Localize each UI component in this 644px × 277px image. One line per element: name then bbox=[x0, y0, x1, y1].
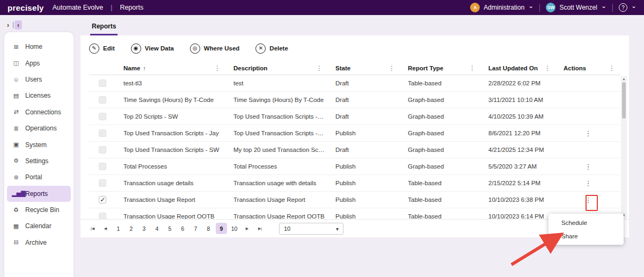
cell-state: Publish bbox=[328, 163, 400, 170]
column-header-label: Description bbox=[233, 65, 267, 71]
row-actions-kebab-icon[interactable] bbox=[583, 163, 593, 171]
pagination-page-button[interactable]: 7 bbox=[190, 223, 201, 234]
connections-icon: ⇄ bbox=[12, 108, 20, 115]
column-menu-icon[interactable] bbox=[469, 64, 475, 72]
cell-name: test-tl3 bbox=[116, 80, 226, 86]
chevron-down-icon bbox=[336, 225, 339, 232]
pagination-last-button[interactable] bbox=[254, 223, 266, 234]
cell-description: Transaction Usage Report OOTB bbox=[226, 213, 328, 219]
toolbar-button[interactable]: ◉ View Data bbox=[131, 43, 174, 54]
sidebar-item[interactable]: ▣ System bbox=[7, 136, 71, 152]
column-header[interactable]: Report Type bbox=[400, 61, 481, 75]
pagination-page-button[interactable]: 8 bbox=[203, 223, 214, 234]
chevron-down-icon bbox=[528, 4, 533, 11]
cell-description: Top Used Transaction Scripts - Jay bbox=[226, 130, 328, 136]
row-checkbox[interactable] bbox=[99, 179, 106, 187]
row-checkbox[interactable] bbox=[99, 213, 106, 219]
table-row[interactable]: Transaction usage details Transaction us… bbox=[89, 175, 620, 192]
sidebar-item[interactable]: ⇄ Connections bbox=[7, 104, 71, 120]
pagination-page-button[interactable]: 6 bbox=[177, 223, 188, 234]
sidebar-item[interactable]: ⊛ Portal bbox=[7, 169, 71, 185]
row-checkbox[interactable] bbox=[99, 196, 106, 203]
users-icon: ☺ bbox=[12, 76, 20, 83]
cell-report-type: Table-based bbox=[400, 196, 481, 203]
table-row[interactable]: Time Savings (Hours) By T-Code Time Savi… bbox=[89, 92, 620, 108]
cell-state: Draft bbox=[328, 147, 400, 153]
table-row[interactable]: Top Used Transaction Scripts - Jay Top U… bbox=[89, 125, 620, 142]
column-menu-icon[interactable] bbox=[609, 64, 615, 72]
toolbar-button[interactable]: ✕ Delete bbox=[255, 43, 288, 54]
row-checkbox[interactable] bbox=[99, 79, 106, 87]
column-header[interactable]: State bbox=[328, 61, 400, 75]
column-menu-icon[interactable] bbox=[214, 64, 221, 72]
scroll-up-icon[interactable]: ▲ bbox=[623, 76, 626, 82]
sidebar-item[interactable]: ⊞ Home bbox=[7, 39, 71, 55]
context-menu-item[interactable]: Schedule bbox=[548, 216, 624, 229]
column-menu-icon[interactable] bbox=[316, 64, 323, 72]
column-header[interactable]: Name bbox=[116, 61, 226, 75]
table-scrollbar[interactable]: ▲ ▼ bbox=[621, 76, 627, 218]
pagination-previous-button[interactable] bbox=[100, 223, 111, 234]
collapse-sidebar-icon[interactable] bbox=[14, 20, 22, 30]
pagination-page-button[interactable]: 4 bbox=[151, 223, 163, 234]
pagination-page-button[interactable]: 9 bbox=[216, 223, 227, 234]
sidebar-item[interactable]: ☺ Users bbox=[7, 71, 71, 88]
row-checkbox[interactable] bbox=[99, 163, 106, 170]
row-checkbox[interactable] bbox=[99, 129, 106, 137]
pagination-page-button[interactable]: 2 bbox=[126, 223, 137, 234]
table-header-row: Name Description State bbox=[89, 61, 620, 75]
sidebar-item-label: Calendar bbox=[25, 222, 52, 230]
table-row[interactable]: test-tl3 test Draft Table-based 2/28/202… bbox=[89, 75, 620, 92]
tab-reports[interactable]: Reports bbox=[90, 23, 118, 35]
collapse-divider bbox=[13, 22, 13, 28]
sidebar-item[interactable]: ≣ Operations bbox=[7, 120, 71, 136]
toolbar-button[interactable]: ✎ Edit bbox=[89, 43, 115, 54]
row-actions-kebab-icon[interactable] bbox=[583, 179, 593, 187]
administration-menu[interactable]: A Administration bbox=[470, 3, 533, 12]
table-row[interactable]: Transaction Usage Report Transaction Usa… bbox=[89, 192, 620, 208]
pagination-page-button[interactable]: 1 bbox=[113, 223, 124, 234]
table-row[interactable]: Top Used Transaction Scripts - SW My top… bbox=[89, 142, 620, 158]
help-menu[interactable] bbox=[619, 3, 636, 12]
table-row[interactable]: Transaction Usage Report OOTB Transactio… bbox=[89, 208, 620, 219]
expand-sidebar-icon[interactable] bbox=[4, 20, 12, 30]
row-checkbox[interactable] bbox=[99, 96, 106, 104]
help-icon[interactable] bbox=[619, 3, 627, 12]
page-size-value: 10 bbox=[284, 225, 290, 232]
row-actions-kebab-icon[interactable] bbox=[583, 129, 593, 137]
toolbar-button[interactable]: ◎ Where Used bbox=[190, 43, 239, 54]
user-menu[interactable]: SW Scott Wenzel bbox=[546, 3, 606, 12]
column-menu-icon[interactable] bbox=[544, 64, 551, 72]
pagination-page-button[interactable]: 5 bbox=[164, 223, 175, 234]
column-header[interactable]: Description bbox=[226, 61, 328, 75]
sidebar-item[interactable]: ⚙ Settings bbox=[7, 153, 71, 169]
cell-last-updated-on: 2/15/2022 5:14 PM bbox=[481, 180, 556, 186]
toolbar-button-label: Delete bbox=[269, 45, 288, 52]
sidebar-item[interactable]: ▂▅▇ Reports bbox=[7, 186, 71, 202]
cell-name: Top Used Transaction Scripts - SW bbox=[116, 147, 226, 153]
scrollbar-thumb[interactable] bbox=[622, 82, 626, 119]
table-row[interactable]: Total Processes Total Processes Publish … bbox=[89, 158, 620, 175]
pagination-next-button[interactable] bbox=[241, 223, 253, 234]
column-menu-icon[interactable] bbox=[389, 64, 395, 72]
pagination-first-button[interactable] bbox=[87, 223, 98, 234]
sidebar-item[interactable]: ▤ Licenses bbox=[7, 88, 71, 104]
cell-report-type: Graph-based bbox=[400, 97, 481, 103]
row-checkbox[interactable] bbox=[99, 113, 106, 120]
pagination-page-button[interactable]: 3 bbox=[138, 223, 150, 234]
page-size-select[interactable]: 10 bbox=[279, 223, 343, 235]
home-icon: ⊞ bbox=[12, 43, 20, 50]
row-checkbox[interactable] bbox=[99, 146, 106, 154]
annotation-highlight-box bbox=[586, 195, 598, 211]
recycle-bin-icon: ♻ bbox=[12, 207, 20, 214]
table-row[interactable]: Top 20 Scripts - SW Top Used Transaction… bbox=[89, 108, 620, 125]
context-menu-item[interactable]: Share bbox=[548, 229, 624, 243]
column-header[interactable]: Last Updated On bbox=[481, 61, 556, 75]
column-header[interactable]: Actions bbox=[556, 61, 620, 75]
sidebar-item[interactable]: ⊟ Archive bbox=[7, 235, 71, 251]
sidebar-item[interactable]: ♻ Recycle Bin bbox=[7, 202, 71, 218]
sidebar-item[interactable]: ◫ Apps bbox=[7, 55, 71, 71]
pagination-page-button[interactable]: 10 bbox=[229, 223, 240, 234]
toolbar-button-label: Where Used bbox=[204, 45, 239, 52]
sidebar-item[interactable]: ▦ Calendar bbox=[7, 218, 71, 234]
